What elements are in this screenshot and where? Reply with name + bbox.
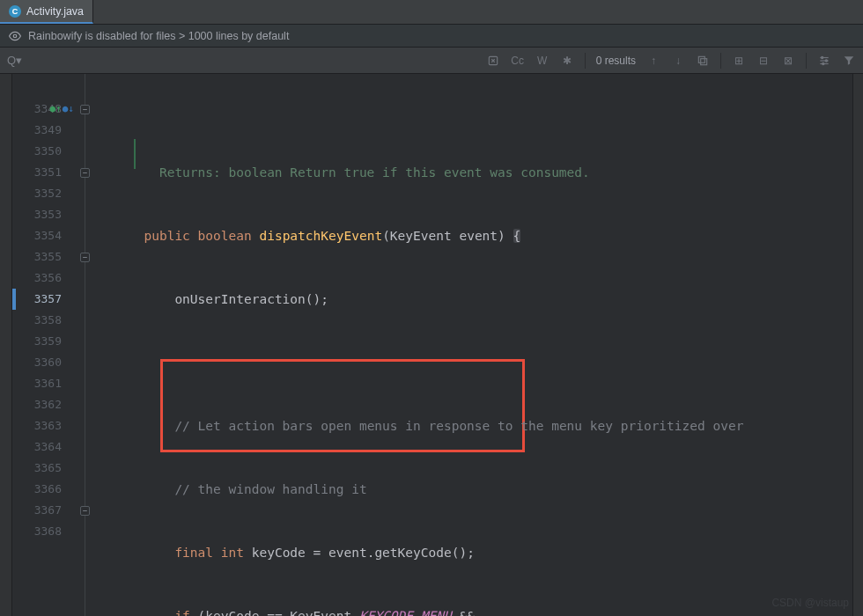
case-toggle[interactable]: Cc [511,54,525,68]
line-number [12,77,93,99]
line-number: 3357 [12,289,93,310]
divider [806,53,807,69]
next-match-icon[interactable]: ↓ [671,54,685,68]
line-number: 3349 [12,120,93,141]
line-number: 3362 [12,394,93,415]
vcs-markers[interactable]: ●↑●↓ [50,99,75,120]
watermark: CSDN @vistaup [771,597,849,609]
svg-point-7 [822,56,823,58]
line-number: 3352 [12,183,93,204]
editor-area: 3348 ●↑●↓ − 3349 3350 3351− 3352 3353 33… [0,74,863,616]
svg-rect-3 [701,58,707,64]
notification-banner: Rainbowify is disabled for files > 1000 … [0,25,863,48]
settings-icon[interactable] [817,54,831,68]
svg-point-8 [825,59,827,61]
line-number: 3354 [12,225,93,246]
words-toggle[interactable]: W [535,54,550,68]
line-number: 3368 [12,521,93,542]
svg-point-9 [822,62,824,64]
fold-toggle[interactable]: − [80,506,90,516]
file-tab-activity[interactable]: C Activity.java [0,0,93,24]
divider [585,53,586,69]
search-input[interactable] [7,54,479,67]
line-number: 3358 [12,310,93,331]
editor-tabbar: C Activity.java [0,0,863,25]
line-number: 3363 [12,415,93,436]
line-number: 3353 [12,204,93,225]
line-number: 3355− [12,246,93,268]
line-number: 3361 [12,373,93,394]
line-number: 3350 [12,141,93,162]
prev-match-icon[interactable]: ↑ [646,54,660,68]
javadoc-line: Returns: boolean Return true if this eve… [159,165,590,180]
line-number: 3356 [12,268,93,289]
results-count: 0 results [596,55,636,67]
line-number: 3360 [12,352,93,373]
code-content[interactable]: Returns: boolean Return true if this eve… [93,74,852,616]
left-strip [0,74,12,616]
add-selection-icon[interactable]: ⊞ [732,54,746,68]
fold-toggle[interactable]: − [80,253,90,262]
line-number: 3348 ●↑●↓ − [12,99,93,120]
eye-icon [9,30,21,42]
regex-asterisk-icon[interactable]: ✱ [560,54,574,68]
find-bar: Cc W ✱ 0 results ↑ ↓ ⊞ ⊟ ⊠ [0,48,863,74]
select-all-icon[interactable] [696,54,710,68]
fold-toggle[interactable]: − [80,168,90,178]
file-tab-label: Activity.java [26,5,84,18]
line-number: 3364 [12,436,93,458]
svg-rect-2 [698,56,704,62]
line-gutter: 3348 ●↑●↓ − 3349 3350 3351− 3352 3353 33… [12,74,93,616]
class-file-icon: C [9,5,21,18]
line-number: 3366 [12,479,93,500]
exclude-icon[interactable]: ⊠ [781,54,795,68]
line-number: 3359 [12,331,93,352]
banner-text: Rainbowify is disabled for files > 1000 … [28,30,289,42]
line-number [12,542,93,563]
remove-selection-icon[interactable]: ⊟ [756,54,771,68]
line-number: 3367− [12,500,93,521]
svg-point-0 [13,34,17,38]
line-number: 3365 [12,458,93,479]
filter-icon[interactable] [842,54,856,68]
line-number: 3351− [12,162,93,183]
divider [720,53,721,69]
scrollbar-minimap[interactable] [852,74,863,616]
fold-toggle[interactable]: − [80,105,90,114]
regex-toggle-icon[interactable] [486,54,500,68]
